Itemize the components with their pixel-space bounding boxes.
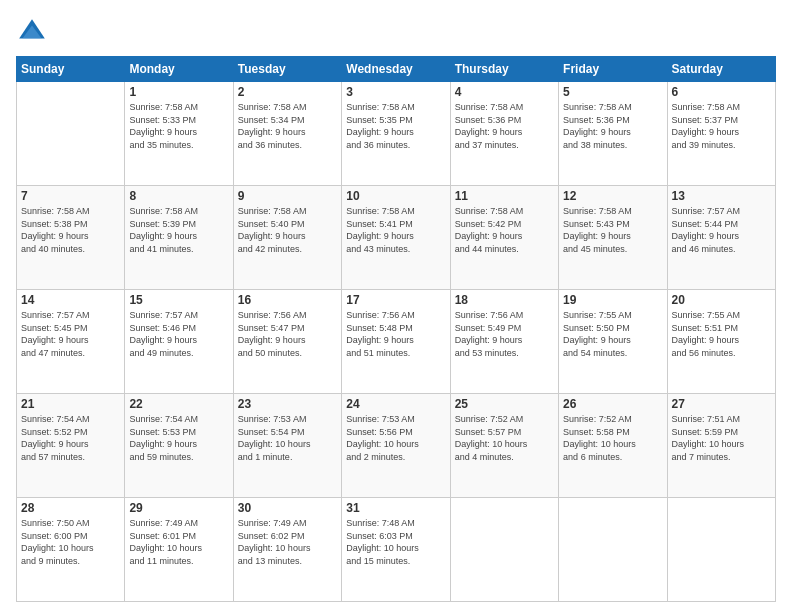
cell-info: Sunrise: 7:58 AMSunset: 5:40 PMDaylight:…: [238, 205, 337, 255]
calendar-cell: 11Sunrise: 7:58 AMSunset: 5:42 PMDayligh…: [450, 186, 558, 290]
day-number: 14: [21, 293, 120, 307]
week-row-1: 7Sunrise: 7:58 AMSunset: 5:38 PMDaylight…: [17, 186, 776, 290]
day-number: 11: [455, 189, 554, 203]
calendar-cell: 30Sunrise: 7:49 AMSunset: 6:02 PMDayligh…: [233, 498, 341, 602]
cell-info: Sunrise: 7:56 AMSunset: 5:48 PMDaylight:…: [346, 309, 445, 359]
day-number: 19: [563, 293, 662, 307]
day-number: 13: [672, 189, 771, 203]
cell-info: Sunrise: 7:51 AMSunset: 5:59 PMDaylight:…: [672, 413, 771, 463]
week-row-3: 21Sunrise: 7:54 AMSunset: 5:52 PMDayligh…: [17, 394, 776, 498]
col-header-wednesday: Wednesday: [342, 57, 450, 82]
day-number: 2: [238, 85, 337, 99]
calendar-cell: 20Sunrise: 7:55 AMSunset: 5:51 PMDayligh…: [667, 290, 775, 394]
calendar-cell: 26Sunrise: 7:52 AMSunset: 5:58 PMDayligh…: [559, 394, 667, 498]
calendar-cell: 14Sunrise: 7:57 AMSunset: 5:45 PMDayligh…: [17, 290, 125, 394]
cell-info: Sunrise: 7:58 AMSunset: 5:33 PMDaylight:…: [129, 101, 228, 151]
day-number: 20: [672, 293, 771, 307]
day-number: 30: [238, 501, 337, 515]
day-number: 26: [563, 397, 662, 411]
day-number: 16: [238, 293, 337, 307]
calendar-cell: 6Sunrise: 7:58 AMSunset: 5:37 PMDaylight…: [667, 82, 775, 186]
cell-info: Sunrise: 7:55 AMSunset: 5:50 PMDaylight:…: [563, 309, 662, 359]
calendar-cell: 21Sunrise: 7:54 AMSunset: 5:52 PMDayligh…: [17, 394, 125, 498]
calendar-cell: 17Sunrise: 7:56 AMSunset: 5:48 PMDayligh…: [342, 290, 450, 394]
day-number: 18: [455, 293, 554, 307]
calendar-cell: [450, 498, 558, 602]
calendar-cell: 7Sunrise: 7:58 AMSunset: 5:38 PMDaylight…: [17, 186, 125, 290]
logo-icon: [16, 16, 48, 48]
calendar-cell: [667, 498, 775, 602]
calendar-cell: 16Sunrise: 7:56 AMSunset: 5:47 PMDayligh…: [233, 290, 341, 394]
calendar-cell: 22Sunrise: 7:54 AMSunset: 5:53 PMDayligh…: [125, 394, 233, 498]
logo: [16, 16, 54, 48]
calendar-cell: 18Sunrise: 7:56 AMSunset: 5:49 PMDayligh…: [450, 290, 558, 394]
calendar-cell: [559, 498, 667, 602]
day-number: 12: [563, 189, 662, 203]
calendar-cell: 19Sunrise: 7:55 AMSunset: 5:50 PMDayligh…: [559, 290, 667, 394]
cell-info: Sunrise: 7:57 AMSunset: 5:45 PMDaylight:…: [21, 309, 120, 359]
col-header-saturday: Saturday: [667, 57, 775, 82]
cell-info: Sunrise: 7:58 AMSunset: 5:35 PMDaylight:…: [346, 101, 445, 151]
day-number: 10: [346, 189, 445, 203]
cell-info: Sunrise: 7:49 AMSunset: 6:02 PMDaylight:…: [238, 517, 337, 567]
cell-info: Sunrise: 7:49 AMSunset: 6:01 PMDaylight:…: [129, 517, 228, 567]
header: [16, 16, 776, 48]
col-header-sunday: Sunday: [17, 57, 125, 82]
day-number: 15: [129, 293, 228, 307]
col-header-friday: Friday: [559, 57, 667, 82]
cell-info: Sunrise: 7:54 AMSunset: 5:53 PMDaylight:…: [129, 413, 228, 463]
week-row-2: 14Sunrise: 7:57 AMSunset: 5:45 PMDayligh…: [17, 290, 776, 394]
day-number: 23: [238, 397, 337, 411]
day-number: 24: [346, 397, 445, 411]
day-number: 31: [346, 501, 445, 515]
day-number: 25: [455, 397, 554, 411]
calendar-cell: 27Sunrise: 7:51 AMSunset: 5:59 PMDayligh…: [667, 394, 775, 498]
cell-info: Sunrise: 7:58 AMSunset: 5:34 PMDaylight:…: [238, 101, 337, 151]
day-number: 5: [563, 85, 662, 99]
cell-info: Sunrise: 7:58 AMSunset: 5:39 PMDaylight:…: [129, 205, 228, 255]
calendar-cell: 13Sunrise: 7:57 AMSunset: 5:44 PMDayligh…: [667, 186, 775, 290]
calendar-cell: [17, 82, 125, 186]
calendar-cell: 31Sunrise: 7:48 AMSunset: 6:03 PMDayligh…: [342, 498, 450, 602]
day-number: 8: [129, 189, 228, 203]
cell-info: Sunrise: 7:58 AMSunset: 5:38 PMDaylight:…: [21, 205, 120, 255]
cell-info: Sunrise: 7:57 AMSunset: 5:44 PMDaylight:…: [672, 205, 771, 255]
cell-info: Sunrise: 7:53 AMSunset: 5:54 PMDaylight:…: [238, 413, 337, 463]
day-number: 22: [129, 397, 228, 411]
cell-info: Sunrise: 7:58 AMSunset: 5:36 PMDaylight:…: [455, 101, 554, 151]
col-header-monday: Monday: [125, 57, 233, 82]
calendar-cell: 25Sunrise: 7:52 AMSunset: 5:57 PMDayligh…: [450, 394, 558, 498]
cell-info: Sunrise: 7:58 AMSunset: 5:36 PMDaylight:…: [563, 101, 662, 151]
calendar-cell: 29Sunrise: 7:49 AMSunset: 6:01 PMDayligh…: [125, 498, 233, 602]
day-number: 29: [129, 501, 228, 515]
cell-info: Sunrise: 7:56 AMSunset: 5:47 PMDaylight:…: [238, 309, 337, 359]
cell-info: Sunrise: 7:54 AMSunset: 5:52 PMDaylight:…: [21, 413, 120, 463]
day-number: 4: [455, 85, 554, 99]
calendar-cell: 9Sunrise: 7:58 AMSunset: 5:40 PMDaylight…: [233, 186, 341, 290]
cell-info: Sunrise: 7:52 AMSunset: 5:57 PMDaylight:…: [455, 413, 554, 463]
calendar-cell: 24Sunrise: 7:53 AMSunset: 5:56 PMDayligh…: [342, 394, 450, 498]
calendar-cell: 23Sunrise: 7:53 AMSunset: 5:54 PMDayligh…: [233, 394, 341, 498]
cell-info: Sunrise: 7:58 AMSunset: 5:37 PMDaylight:…: [672, 101, 771, 151]
calendar-table: SundayMondayTuesdayWednesdayThursdayFrid…: [16, 56, 776, 602]
week-row-0: 1Sunrise: 7:58 AMSunset: 5:33 PMDaylight…: [17, 82, 776, 186]
cell-info: Sunrise: 7:58 AMSunset: 5:41 PMDaylight:…: [346, 205, 445, 255]
cell-info: Sunrise: 7:53 AMSunset: 5:56 PMDaylight:…: [346, 413, 445, 463]
cell-info: Sunrise: 7:50 AMSunset: 6:00 PMDaylight:…: [21, 517, 120, 567]
day-number: 9: [238, 189, 337, 203]
calendar-cell: 3Sunrise: 7:58 AMSunset: 5:35 PMDaylight…: [342, 82, 450, 186]
calendar-cell: 10Sunrise: 7:58 AMSunset: 5:41 PMDayligh…: [342, 186, 450, 290]
calendar-cell: 8Sunrise: 7:58 AMSunset: 5:39 PMDaylight…: [125, 186, 233, 290]
calendar-cell: 28Sunrise: 7:50 AMSunset: 6:00 PMDayligh…: [17, 498, 125, 602]
cell-info: Sunrise: 7:52 AMSunset: 5:58 PMDaylight:…: [563, 413, 662, 463]
day-number: 6: [672, 85, 771, 99]
page: SundayMondayTuesdayWednesdayThursdayFrid…: [0, 0, 792, 612]
day-number: 7: [21, 189, 120, 203]
calendar-cell: 1Sunrise: 7:58 AMSunset: 5:33 PMDaylight…: [125, 82, 233, 186]
cell-info: Sunrise: 7:58 AMSunset: 5:43 PMDaylight:…: [563, 205, 662, 255]
calendar-cell: 5Sunrise: 7:58 AMSunset: 5:36 PMDaylight…: [559, 82, 667, 186]
day-number: 17: [346, 293, 445, 307]
day-number: 21: [21, 397, 120, 411]
cell-info: Sunrise: 7:57 AMSunset: 5:46 PMDaylight:…: [129, 309, 228, 359]
cell-info: Sunrise: 7:58 AMSunset: 5:42 PMDaylight:…: [455, 205, 554, 255]
